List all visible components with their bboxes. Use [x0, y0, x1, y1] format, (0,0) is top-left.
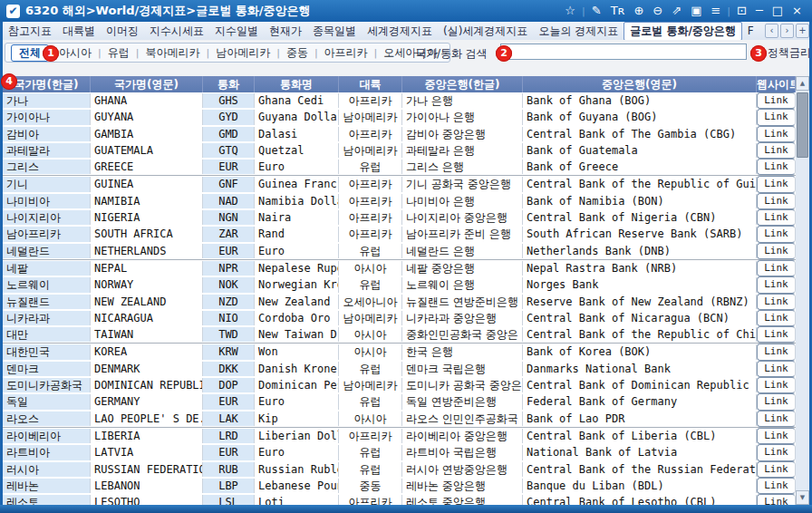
website-link-button[interactable]: Link [757, 461, 796, 478]
website-link-button[interactable]: Link [757, 193, 796, 209]
cell-국가명(영문): NEW ZEALAND [91, 295, 203, 309]
menu-tab-글로벌 통화/중앙은행[interactable]: 글로벌 통화/중앙은행 [624, 22, 742, 41]
region-tab-유럽[interactable]: 유럽 [102, 45, 136, 61]
scrollbar-thumb[interactable] [797, 92, 808, 158]
divider: | [580, 5, 587, 17]
chat-icon[interactable]: ⊡ [732, 1, 751, 21]
menu-tab-대륙별[interactable]: 대륙별 [57, 23, 101, 40]
zoom-out-icon[interactable]: ⊖ [648, 1, 667, 21]
cell-통화: RUB [203, 462, 255, 477]
search-input[interactable] [500, 44, 747, 60]
cell-website: Link [757, 176, 796, 192]
pen-tool-icon[interactable]: ✎ [587, 1, 606, 21]
website-link-button[interactable]: Link [757, 176, 796, 192]
cell-통화명: Euro [255, 445, 339, 460]
cell-통화명: Rand [255, 227, 339, 241]
column-header-2[interactable]: 통화 [203, 76, 255, 92]
website-link-button[interactable]: Link [757, 344, 796, 360]
website-link-button[interactable]: Link [757, 393, 796, 410]
website-link-button[interactable]: Link [757, 310, 796, 326]
region-tab-중동[interactable]: 중동 [280, 45, 314, 61]
column-header-7[interactable]: 웹사이트 [757, 76, 796, 92]
scroll-up-arrow-icon[interactable]: ▲ [796, 76, 809, 91]
menu-tab-지수시세표[interactable]: 지수시세표 [144, 23, 209, 40]
cell-website: Link [757, 193, 796, 209]
column-header-5[interactable]: 중앙은행(한글) [402, 76, 523, 92]
cell-국가명(영문): LATVIA [91, 445, 203, 460]
fullscreen-icon[interactable]: ▣ [686, 1, 706, 21]
website-link-button[interactable]: Link [757, 226, 796, 242]
cell-중앙은행(한글): 덴마크 국립은행 [402, 362, 523, 376]
cell-통화명: Euro [255, 160, 339, 174]
website-link-button[interactable]: Link [757, 428, 796, 444]
menu-tab-(실)세계경제지표[interactable]: (실)세계경제지표 [438, 23, 533, 40]
menu-tab-종목일별[interactable]: 종목일별 [307, 23, 362, 40]
cell-국가명(한글): 노르웨이 [3, 277, 91, 292]
region-tab-북아메리카[interactable]: 북아메리카 [139, 45, 206, 61]
menu-tab-참고지표[interactable]: 참고지표 [3, 23, 57, 40]
website-link-button[interactable]: Link [757, 126, 796, 142]
cell-통화: GHS [203, 93, 255, 108]
website-link-button[interactable]: Link [757, 92, 796, 109]
table-row: 나이지리아NIGERIANGNNaira아프리카나이지리아 중앙은행Centra… [3, 209, 796, 226]
column-header-1[interactable]: 국가명(영문) [91, 76, 203, 92]
website-link-button[interactable]: Link [757, 444, 796, 460]
menubar-nav-button-0[interactable]: ‹ [765, 24, 778, 38]
cell-통화: NOK [203, 277, 255, 292]
vertical-scrollbar[interactable]: ▲ ▼ [796, 76, 809, 505]
share-icon[interactable]: ⇗ [667, 1, 686, 21]
close-icon[interactable]: × [788, 1, 807, 21]
menu-tab-F[interactable]: F [742, 24, 759, 38]
website-link-button[interactable]: Link [757, 361, 796, 377]
cell-중앙은행(영문): Bank of Korea (BOK) [523, 344, 757, 359]
list-icon[interactable]: ≡ [706, 1, 725, 21]
policy-rate-button[interactable]: 정책금리 ↗ [768, 44, 812, 61]
website-link-button[interactable]: Link [757, 411, 796, 427]
table-row: 대만TAIWANTWDNew Taiwan D...아시아중화인민공화국 중앙은… [3, 326, 796, 343]
cell-중앙은행(한글): 가이아나 은행 [402, 110, 523, 124]
website-link-button[interactable]: Link [757, 142, 796, 159]
cell-통화명: Dominican Peso [255, 378, 339, 392]
website-link-button[interactable]: Link [757, 294, 796, 310]
menu-tab-오늘의 경제지표[interactable]: 오늘의 경제지표 [533, 23, 624, 40]
cell-website: Link [757, 294, 796, 310]
maximize-icon[interactable]: □ [768, 1, 788, 21]
cell-중앙은행(한글): 중화인민공화국 중앙은 [402, 327, 523, 342]
menu-tab-세계경제지표[interactable]: 세계경제지표 [362, 23, 438, 40]
cell-통화명: Quetzal [255, 143, 339, 158]
website-link-button[interactable]: Link [757, 377, 796, 393]
zoom-in-icon[interactable]: ⊕ [629, 1, 648, 21]
menu-tab-이머징[interactable]: 이머징 [101, 23, 144, 40]
scroll-down-arrow-icon[interactable]: ▼ [796, 490, 809, 505]
cell-대륙: 오세아니아 [339, 295, 402, 309]
menubar-nav-button-1[interactable]: › [780, 24, 794, 38]
column-header-3[interactable]: 통화명 [255, 76, 339, 92]
website-link-button[interactable]: Link [757, 326, 796, 343]
column-header-6[interactable]: 중앙은행(영문) [523, 76, 757, 92]
cell-중앙은행(영문): National Bank of Latvia [523, 445, 757, 460]
cell-대륙: 유럽 [339, 394, 402, 409]
website-link-button[interactable]: Link [757, 109, 796, 125]
minimize-icon[interactable]: ─ [751, 1, 768, 21]
website-link-button[interactable]: Link [757, 159, 796, 175]
region-tab-아프리카[interactable]: 아프리카 [318, 45, 374, 61]
cell-중앙은행(영문): Bank of Guyana (BOG) [523, 110, 757, 124]
website-link-button[interactable]: Link [757, 478, 796, 494]
cell-중앙은행(한글): 러시아 연방중앙은행 [402, 462, 523, 477]
website-link-button[interactable]: Link [757, 276, 796, 293]
menubar-nav-button-2[interactable]: + [796, 24, 809, 38]
website-link-button[interactable]: Link [757, 209, 796, 226]
menu-tab-현재가[interactable]: 현재가 [264, 23, 307, 40]
cell-국가명(영문): NAMIBIA [91, 194, 203, 208]
favorite-star-icon[interactable]: ☆ [560, 1, 580, 21]
cell-국가명(영문): DOMINICAN REPUBLIC [91, 378, 203, 392]
cell-중앙은행(영문): Central Bank of the Republic of China ( [523, 327, 757, 342]
website-link-button[interactable]: Link [757, 260, 796, 276]
menu-tab-지수일별[interactable]: 지수일별 [209, 23, 264, 40]
text-tool-icon[interactable]: Tʀ [606, 1, 630, 21]
cell-국가명(영문): GAMBIA [91, 127, 203, 141]
website-link-button[interactable]: Link [757, 243, 796, 259]
column-header-4[interactable]: 대륙 [339, 76, 402, 92]
region-tab-아시아[interactable]: 아시아 [53, 45, 98, 61]
region-tab-남아메리카[interactable]: 남아메리카 [209, 45, 276, 61]
